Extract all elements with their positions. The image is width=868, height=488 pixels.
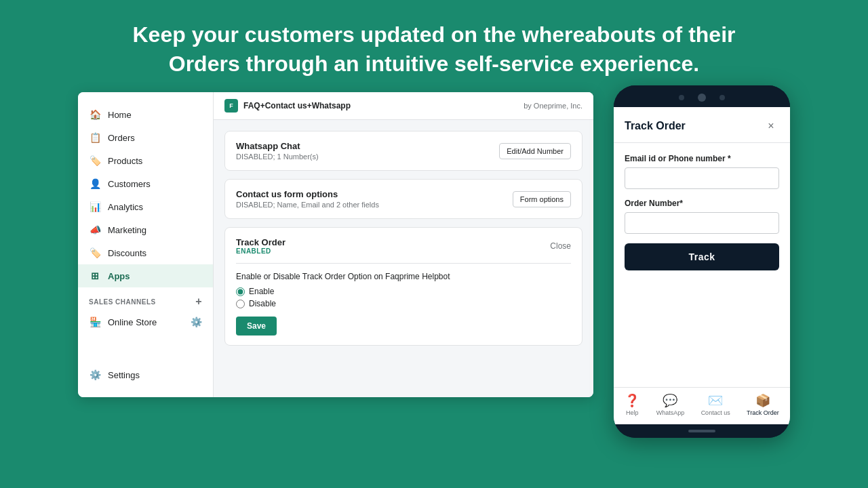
- save-button[interactable]: Save: [236, 317, 277, 336]
- order-number-label: Order Number*: [625, 199, 779, 208]
- sidebar-item-orders[interactable]: 📋 Orders: [78, 126, 213, 149]
- settings-icon: ⚙️: [89, 369, 101, 381]
- hero-section: Keep your customers updated on the where…: [0, 0, 868, 92]
- marketing-icon: 📣: [89, 224, 101, 236]
- sidebar-item-customers[interactable]: 👤 Customers: [78, 172, 213, 195]
- analytics-icon: 📊: [89, 201, 101, 213]
- phone-screen: Track Order × Email id or Phone number *…: [614, 107, 790, 424]
- phone-camera: [698, 94, 706, 102]
- sidebar-item-analytics[interactable]: 📊 Analytics: [78, 195, 213, 218]
- discounts-icon: 🏷️: [89, 247, 101, 259]
- phone-top-bar: [614, 85, 790, 107]
- contact-card-title: Contact us form options: [236, 189, 379, 199]
- sidebar-item-marketing[interactable]: 📣 Marketing: [78, 218, 213, 241]
- email-field-label: Email id or Phone number *: [625, 154, 779, 163]
- nav-item-track[interactable]: 📦 Track Order: [747, 393, 779, 416]
- enable-radio[interactable]: [236, 287, 245, 296]
- whatsapp-card-subtitle: DISABLED; 1 Number(s): [236, 152, 319, 161]
- enable-radio-label[interactable]: Enable: [236, 287, 571, 296]
- email-input[interactable]: [625, 167, 779, 189]
- disable-radio[interactable]: [236, 300, 245, 308]
- orders-icon: 📋: [89, 131, 101, 144]
- add-sales-channel-icon[interactable]: +: [195, 296, 202, 308]
- track-order-card-body: Enable or Disable Track Order Option on …: [236, 263, 571, 336]
- phone-bottom-nav: ❓ Help 💬 WhatsApp ✉️ Contact us 📦 Track …: [614, 387, 790, 424]
- hero-line1: Keep your customers updated on the where…: [132, 22, 735, 47]
- sales-channels-label: SALES CHANNELS +: [78, 287, 213, 310]
- phone-dot-right: [719, 95, 725, 100]
- phone-home-indicator-bar: [614, 424, 790, 438]
- sidebar-item-discounts[interactable]: 🏷️ Discounts: [78, 241, 213, 264]
- sidebar-item-home[interactable]: 🏠 Home: [78, 103, 213, 126]
- track-option-description: Enable or Disable Track Order Option on …: [236, 272, 571, 281]
- sidebar: 🏠 Home 📋 Orders 🏷️ Products 👤 Customers …: [78, 92, 214, 397]
- apps-icon: ⊞: [89, 270, 101, 282]
- track-modal-close-button[interactable]: ×: [763, 118, 779, 134]
- help-icon: ❓: [625, 393, 639, 408]
- nav-item-contact[interactable]: ✉️ Contact us: [701, 393, 730, 416]
- track-order-close-button[interactable]: Close: [550, 241, 571, 251]
- home-indicator: [688, 430, 715, 432]
- app-name: FAQ+Contact us+Whatsapp: [243, 101, 351, 110]
- help-label: Help: [626, 409, 639, 416]
- edit-add-number-button[interactable]: Edit/Add Number: [499, 143, 571, 159]
- order-number-input[interactable]: [625, 212, 779, 234]
- cards-area: Whatsapp Chat DISABLED; 1 Number(s) Edit…: [214, 120, 593, 357]
- disable-radio-label[interactable]: Disable: [236, 299, 571, 308]
- content-area: 🏠 Home 📋 Orders 🏷️ Products 👤 Customers …: [0, 92, 868, 438]
- whatsapp-label: WhatsApp: [656, 409, 685, 416]
- phone-mockup: Track Order × Email id or Phone number *…: [614, 85, 790, 438]
- sidebar-item-online-store[interactable]: 🏪 Online Store ⚙️: [78, 310, 213, 333]
- main-content: F FAQ+Contact us+Whatsapp by Oneprime, I…: [214, 92, 593, 397]
- nav-item-whatsapp[interactable]: 💬 WhatsApp: [656, 393, 685, 416]
- customers-icon: 👤: [89, 178, 101, 190]
- whatsapp-card-title: Whatsapp Chat: [236, 141, 319, 151]
- form-options-button[interactable]: Form options: [513, 191, 571, 207]
- whatsapp-icon: 💬: [663, 393, 677, 408]
- home-icon: 🏠: [89, 108, 101, 121]
- track-icon: 📦: [755, 393, 770, 408]
- whatsapp-card: Whatsapp Chat DISABLED; 1 Number(s) Edit…: [224, 131, 583, 171]
- contact-label: Contact us: [701, 409, 730, 416]
- hero-line2: Orders through an intuitive self-service…: [169, 52, 699, 76]
- online-store-icon: 🏪: [89, 316, 101, 328]
- sidebar-item-apps[interactable]: ⊞ Apps: [78, 264, 213, 287]
- contact-icon: ✉️: [708, 393, 723, 408]
- contact-card-header: Contact us form options DISABLED; Name, …: [236, 189, 571, 209]
- track-submit-button[interactable]: Track: [625, 243, 779, 270]
- admin-panel: 🏠 Home 📋 Orders 🏷️ Products 👤 Customers …: [78, 92, 593, 397]
- enable-label: Enable: [249, 287, 274, 296]
- disable-label: Disable: [249, 299, 276, 308]
- track-modal-header: Track Order ×: [614, 107, 790, 143]
- track-order-status: ENABLED: [236, 247, 285, 255]
- track-modal-title: Track Order: [625, 120, 686, 132]
- track-order-card-header: Track Order ENABLED Close: [236, 237, 571, 255]
- phone-dot-left: [679, 95, 684, 100]
- contact-card: Contact us form options DISABLED; Name, …: [224, 179, 583, 219]
- app-header-left: F FAQ+Contact us+Whatsapp: [224, 99, 351, 113]
- track-order-card: Track Order ENABLED Close Enable or Disa…: [224, 227, 583, 346]
- whatsapp-card-header: Whatsapp Chat DISABLED; 1 Number(s) Edit…: [236, 141, 571, 161]
- track-enable-disable-group: Enable Disable: [236, 287, 571, 308]
- sidebar-item-products[interactable]: 🏷️ Products: [78, 149, 213, 172]
- online-store-settings-icon[interactable]: ⚙️: [191, 317, 202, 327]
- app-logo: F: [224, 99, 238, 113]
- products-icon: 🏷️: [89, 155, 101, 167]
- track-modal-body: Email id or Phone number * Order Number*…: [614, 143, 790, 387]
- track-label: Track Order: [747, 409, 779, 416]
- sidebar-item-settings[interactable]: ⚙️ Settings: [78, 363, 213, 386]
- contact-card-subtitle: DISABLED; Name, Email and 2 other fields: [236, 201, 379, 209]
- nav-item-help[interactable]: ❓ Help: [625, 393, 639, 416]
- track-order-card-title: Track Order: [236, 237, 285, 247]
- app-author: by Oneprime, Inc.: [524, 102, 583, 110]
- app-header-bar: F FAQ+Contact us+Whatsapp by Oneprime, I…: [214, 92, 593, 120]
